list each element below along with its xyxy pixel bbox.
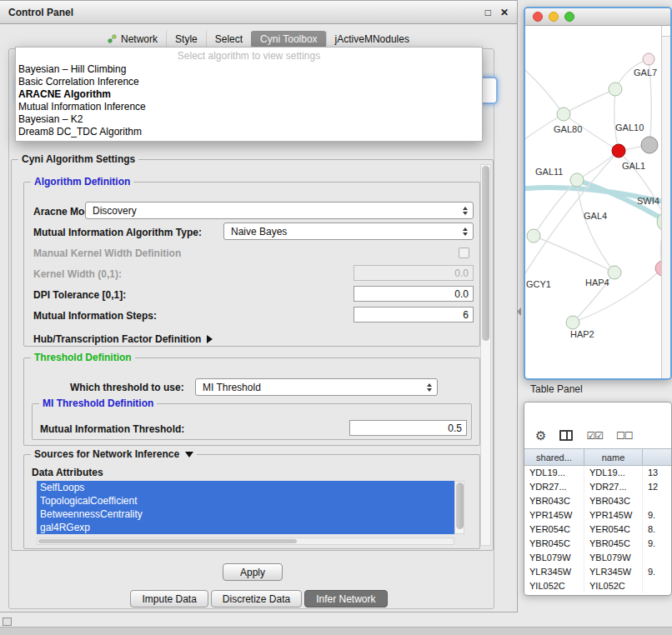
table-cell: YBR045C [524, 537, 584, 551]
mi-algorithm-type-select[interactable]: Naive Bayes [223, 222, 474, 240]
tab-network[interactable]: Network [99, 31, 166, 48]
network-node-label-gal7: GAL7 [634, 68, 657, 78]
table-toolbar: ⚙☑☑☐☐ [524, 402, 671, 448]
network-edge[interactable] [614, 89, 619, 151]
algorithm-option-bayesian-k2[interactable]: Bayesian – K2 [16, 113, 482, 126]
control-panel-title: Control Panel [8, 7, 73, 18]
close-traffic-light[interactable] [533, 12, 543, 22]
table-row[interactable]: YDL19...YDL19...13 [524, 466, 671, 480]
attribute-item-topologicalcoefficient[interactable]: TopologicalCoefficient [37, 494, 454, 508]
hub-definition-section[interactable]: Hub/Transcription Factor Definition [33, 333, 213, 345]
network-node[interactable] [612, 144, 625, 158]
table-row[interactable]: YPR145WYPR145W9. [524, 508, 671, 522]
settings-scrollbar-thumb[interactable] [482, 166, 489, 341]
algorithm-option-aracne-algorithm[interactable]: ARACNE Algorithm [16, 88, 482, 101]
sources-group-title[interactable]: Sources for Network Inference [31, 448, 197, 460]
which-threshold-value: MI Threshold [203, 382, 261, 393]
network-node[interactable] [566, 316, 579, 329]
combo-arrows-icon [463, 207, 468, 215]
scroll-up-button[interactable] [662, 26, 670, 37]
settings-scrollbar[interactable] [480, 164, 491, 546]
column-header-shared[interactable]: shared... [524, 449, 584, 465]
column-layout-icon[interactable] [559, 430, 573, 441]
table-cell: YDL19... [584, 466, 643, 480]
bottom-tab-discretize-data[interactable]: Discretize Data [211, 590, 302, 608]
network-node[interactable] [557, 108, 570, 121]
mi-steps-input[interactable] [354, 307, 474, 322]
table-cell: YER054C [584, 522, 643, 537]
float-window-icon[interactable]: □ [485, 7, 491, 18]
table-cell: YBR045C [584, 537, 643, 551]
tab-select[interactable]: Select [206, 31, 251, 48]
tab-jactivemnodules[interactable]: jActiveMNodules [326, 31, 418, 48]
bottom-tab-impute-data[interactable]: Impute Data [130, 590, 208, 608]
column-header-name[interactable]: name [584, 449, 643, 465]
table-cell: YIL052C [524, 579, 584, 593]
network-node[interactable] [643, 53, 654, 65]
splitter-collapse-arrow[interactable] [517, 308, 521, 316]
network-vscrollbar[interactable] [661, 26, 670, 378]
attribute-item-betweennesscentrality[interactable]: BetweennessCentrality [37, 508, 454, 521]
network-node[interactable] [570, 173, 584, 187]
network-node[interactable] [609, 82, 622, 96]
minimize-traffic-light[interactable] [549, 12, 559, 22]
table-panel-window: ⚙☑☑☐☐ shared...name YDL19...YDL19...13YD… [524, 402, 672, 596]
algorithm-option-mutual-information-inference[interactable]: Mutual Information Inference [16, 101, 482, 113]
show-columns-icon[interactable]: ☑☑ [586, 431, 603, 441]
mi-threshold-definition-title: MI Threshold Definition [39, 398, 157, 409]
aracne-mode-value: Discovery [93, 205, 137, 217]
network-node[interactable] [641, 137, 658, 153]
combo-arrows-icon [427, 383, 432, 392]
status-bar [0, 627, 672, 635]
attributes-list-hscrollbar[interactable] [37, 538, 454, 545]
bottom-tab-infer-network[interactable]: Infer Network [304, 590, 387, 608]
attribute-item-gal4rgexp[interactable]: gal4RGexp [37, 521, 454, 534]
table-row[interactable]: YDR27...YDR27...12 [524, 480, 671, 494]
table-row[interactable]: YER054CYER054C8. [524, 522, 671, 537]
table-row[interactable]: YBR045CYBR045C9. [524, 537, 671, 551]
algorithm-option-dream8-dc-tdc-algorithm[interactable]: Dream8 DC_TDC Algorithm [16, 126, 482, 138]
tab-cyni-toolbox[interactable]: Cyni Toolbox [251, 31, 325, 48]
algorithm-option-bayesian-hill-climbing[interactable]: Bayesian – Hill Climbing [16, 63, 482, 76]
network-node[interactable] [527, 229, 540, 242]
network-edge[interactable] [525, 66, 564, 114]
column-header-extra[interactable] [643, 449, 671, 465]
table-row[interactable]: YBL079WYBL079W [524, 551, 671, 565]
table-cell: 8. [643, 522, 671, 537]
dpi-tolerance-input[interactable] [354, 286, 474, 302]
zoom-traffic-light[interactable] [564, 12, 574, 22]
table-row[interactable]: YBR043CYBR043C [524, 494, 671, 508]
attributes-list-vscrollbar[interactable] [454, 481, 464, 534]
mi-threshold-input[interactable] [349, 420, 467, 436]
network-edge[interactable] [564, 89, 615, 114]
network-edge[interactable] [577, 151, 619, 180]
manual-kernel-width-label: Manual Kernel Width Definition [33, 248, 181, 259]
collapsed-panel-icon[interactable] [3, 618, 12, 626]
attributes-hscroll-thumb[interactable] [38, 539, 297, 543]
which-threshold-select[interactable]: MI Threshold [195, 378, 438, 396]
network-icon [108, 34, 117, 43]
network-canvas[interactable]: GAL7GAL80GAL10GAL11GAL1SWI4GAL4GCY1HAP4H… [525, 26, 670, 378]
table-cell: 9. [643, 537, 671, 551]
combo-arrows-icon [463, 228, 468, 236]
apply-button[interactable]: Apply [223, 563, 283, 581]
table-cell: YLR345W [584, 565, 643, 579]
network-window-titlebar[interactable] [525, 8, 670, 26]
hide-columns-icon[interactable]: ☐☐ [616, 431, 633, 441]
collapse-arrow-icon[interactable] [185, 452, 193, 458]
close-icon[interactable]: ✕ [500, 7, 509, 18]
mi-algorithm-type-value: Naive Bayes [231, 226, 287, 238]
aracne-mode-select[interactable]: Discovery [85, 202, 474, 219]
attribute-item-selfloops[interactable]: SelfLoops [37, 481, 454, 494]
expand-arrow-icon[interactable] [207, 335, 213, 343]
table-row[interactable]: YIL052CYIL052C [524, 579, 671, 593]
manual-kernel-width-checkbox[interactable] [459, 248, 469, 258]
control-panel-titlebar[interactable]: Control Panel □ ✕ [0, 1, 517, 24]
algorithm-option-basic-correlation-inference[interactable]: Basic Correlation Inference [16, 76, 482, 88]
table-row[interactable]: YLR345WYLR345W9. [524, 565, 671, 579]
network-node[interactable] [608, 266, 621, 279]
attributes-vscroll-thumb[interactable] [456, 482, 464, 529]
tab-style[interactable]: Style [166, 31, 206, 48]
table-panel-title: Table Panel [530, 383, 583, 395]
settings-gear-icon[interactable]: ⚙ [535, 429, 546, 442]
